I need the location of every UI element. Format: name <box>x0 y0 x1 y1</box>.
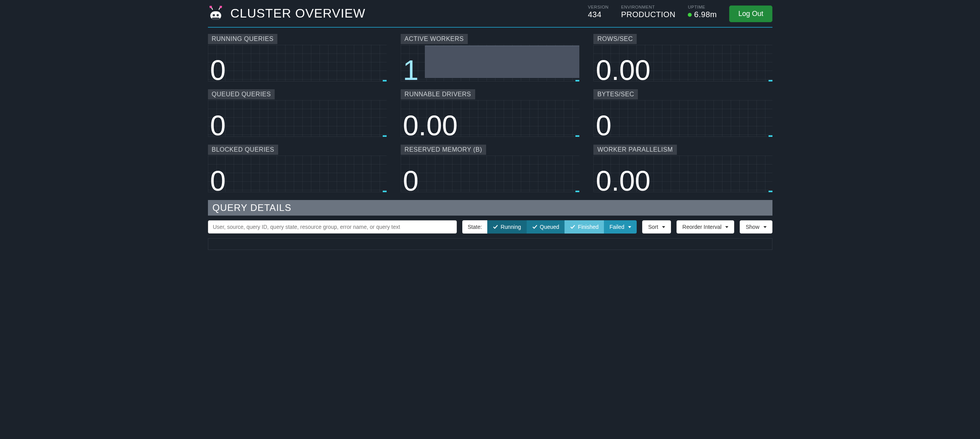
sort-dropdown[interactable]: Sort <box>642 220 671 234</box>
stat-label: QUEUED QUERIES <box>208 89 275 99</box>
stat-runnable-drivers: RUNNABLE DRIVERS 0.00 <box>401 89 579 137</box>
stat-value: 0 <box>403 167 419 195</box>
show-dropdown[interactable]: Show <box>740 220 772 234</box>
header-bar: CLUSTER OVERVIEW VERSION 434 ENVIRONMENT… <box>208 0 772 28</box>
check-icon <box>570 224 575 230</box>
svg-rect-5 <box>212 18 220 20</box>
environment-value: PRODUCTION <box>621 10 675 19</box>
svg-point-2 <box>217 14 219 16</box>
stat-running-queries: RUNNING QUERIES 0 <box>208 34 387 81</box>
query-results-area <box>208 238 772 250</box>
stat-value: 0 <box>210 56 226 84</box>
uptime-value: 6.98m <box>694 10 717 19</box>
trino-logo-icon <box>208 6 224 21</box>
logout-button[interactable]: Log Out <box>729 5 772 22</box>
stat-sparkline: 0.00 <box>401 100 579 137</box>
version-value: 434 <box>588 10 609 19</box>
query-details-title: QUERY DETAILS <box>213 202 768 213</box>
stat-label: ACTIVE WORKERS <box>401 34 468 44</box>
stat-sparkline: 0 <box>401 156 579 192</box>
filter-queued-label: Queued <box>540 224 559 230</box>
stat-value: 1 <box>403 56 419 84</box>
query-search-input[interactable] <box>208 220 457 234</box>
stat-sparkline: 0 <box>593 100 772 137</box>
caret-down-icon <box>628 226 631 228</box>
filter-running-label: Running <box>501 224 521 230</box>
stat-sparkline: 0 <box>208 100 387 137</box>
stat-label: RUNNING QUERIES <box>208 34 278 44</box>
svg-point-1 <box>213 14 215 16</box>
caret-down-icon <box>725 226 728 228</box>
stat-value: 0 <box>210 112 226 140</box>
show-label: Show <box>746 224 759 230</box>
stat-label: RESERVED MEMORY (B) <box>401 145 486 155</box>
stat-worker-parallelism: WORKER PARALLELISM 0.00 <box>593 145 772 192</box>
stat-rows-sec: ROWS/SEC 0.00 <box>593 34 772 81</box>
filter-failed-label: Failed <box>609 224 624 230</box>
state-label: State: <box>462 220 488 234</box>
filter-failed-button[interactable]: Failed <box>604 220 637 234</box>
stat-value: 0.00 <box>403 112 458 140</box>
filter-finished-label: Finished <box>578 224 598 230</box>
stat-label: RUNNABLE DRIVERS <box>401 89 475 99</box>
stat-label: WORKER PARALLELISM <box>593 145 677 155</box>
stat-active-workers: ACTIVE WORKERS 1 <box>401 34 579 81</box>
version-stat: VERSION 434 <box>588 5 609 19</box>
stat-sparkline: 0 <box>208 45 387 81</box>
uptime-stat: UPTIME 6.98m <box>688 5 717 19</box>
page-title: CLUSTER OVERVIEW <box>231 6 366 21</box>
stat-label: ROWS/SEC <box>593 34 637 44</box>
stat-queued-queries: QUEUED QUERIES 0 <box>208 89 387 137</box>
header-right: VERSION 434 ENVIRONMENT PRODUCTION UPTIM… <box>588 5 772 22</box>
filter-queued-button[interactable]: Queued <box>527 220 565 234</box>
stat-value: 0 <box>210 167 226 195</box>
environment-label: ENVIRONMENT <box>621 5 675 9</box>
stats-grid: RUNNING QUERIES 0 ACTIVE WORKERS 1 ROWS/… <box>208 28 772 198</box>
check-icon <box>493 224 498 230</box>
stat-label: BLOCKED QUERIES <box>208 145 278 155</box>
query-details-header: QUERY DETAILS <box>208 200 772 216</box>
caret-down-icon <box>763 226 767 228</box>
sort-label: Sort <box>648 224 658 230</box>
sparkline-fill <box>425 46 579 78</box>
stat-sparkline: 0.00 <box>593 45 772 81</box>
stat-value: 0.00 <box>596 167 650 195</box>
environment-stat: ENVIRONMENT PRODUCTION <box>621 5 675 19</box>
reorder-interval-dropdown[interactable]: Reorder Interval <box>676 220 734 234</box>
caret-down-icon <box>662 226 665 228</box>
stat-sparkline: 1 <box>401 45 579 81</box>
version-label: VERSION <box>588 5 609 9</box>
filter-running-button[interactable]: Running <box>487 220 526 234</box>
stat-blocked-queries: BLOCKED QUERIES 0 <box>208 145 387 192</box>
check-icon <box>532 224 538 230</box>
stat-label: BYTES/SEC <box>593 89 638 99</box>
filter-finished-button[interactable]: Finished <box>565 220 604 234</box>
uptime-label: UPTIME <box>688 5 717 9</box>
stat-value: 0.00 <box>596 56 650 84</box>
stat-reserved-memory: RESERVED MEMORY (B) 0 <box>401 145 579 192</box>
state-filter-group: State: Running Queued Finished Failed <box>462 220 637 234</box>
status-dot-icon <box>688 13 692 17</box>
stat-bytes-sec: BYTES/SEC 0 <box>593 89 772 137</box>
header-left: CLUSTER OVERVIEW <box>208 6 366 21</box>
stat-sparkline: 0 <box>208 156 387 192</box>
stat-sparkline: 0.00 <box>593 156 772 192</box>
reorder-label: Reorder Interval <box>682 224 721 230</box>
stat-value: 0 <box>596 112 611 140</box>
query-toolbar: State: Running Queued Finished Failed So… <box>208 216 772 238</box>
